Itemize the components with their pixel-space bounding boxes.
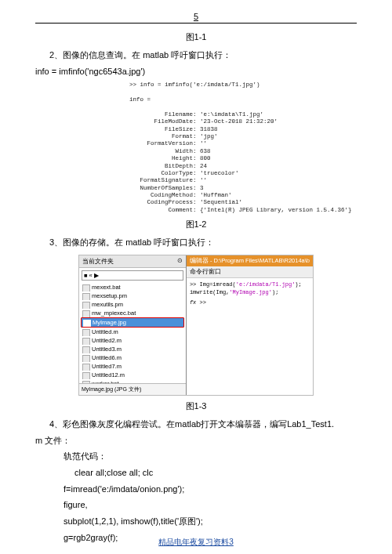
command-window[interactable]: >> Img=imread('e:/imdata/T1.jpg'); imwri… bbox=[187, 278, 313, 395]
figure-3-caption: 图1-3 bbox=[35, 400, 357, 412]
file-item[interactable]: Untitled.m bbox=[81, 328, 184, 336]
matlab-code-line: clear all;close all; clc bbox=[35, 465, 357, 480]
editor-tab[interactable]: 编辑器 - D:\Program Files\MATLAB\R2014a\b bbox=[187, 255, 313, 266]
file-item[interactable]: Untitled2.m bbox=[81, 336, 184, 345]
page-footer: 精品电年夜复习资料3 bbox=[0, 537, 392, 548]
file-item[interactable]: mw_mpiexec.bat bbox=[81, 309, 184, 317]
section-4-line1: 4、彩色图像灰度化编程尝试。在matlab打开文本编慕器，编写Lab1_Test… bbox=[35, 417, 357, 432]
page-number: 5 bbox=[35, 12, 357, 21]
file-list: mexext.bat mexsetup.pm mexutils.pm mw_mp… bbox=[79, 283, 186, 383]
fx-prompt: fx >> bbox=[190, 299, 310, 307]
file-item[interactable]: mexsetup.pm bbox=[81, 291, 184, 300]
section-2-code: info = imfinfo('ngc6543a.jpg') bbox=[35, 64, 357, 79]
code-line: imwrite(Img,'MyImage.jpg'); bbox=[190, 289, 310, 297]
panel-odot-icon: ⊙ bbox=[177, 257, 183, 266]
file-item[interactable]: Untitled3.m bbox=[81, 345, 184, 353]
matlab-code-line: subplot(1,2,1), imshow(f),title('原图'); bbox=[35, 514, 357, 529]
file-browser-panel: 当前文件夹 ⊙ ■ « ▶ mexext.bat mexsetup.pm mex… bbox=[79, 255, 187, 395]
code-line: >> Img=imread('e:/imdata/T1.jpg'); bbox=[190, 281, 310, 289]
section-4-line3: 轨范代码： bbox=[35, 449, 357, 464]
file-browser-header: 当前文件夹 ⊙ bbox=[79, 255, 186, 268]
file-item[interactable]: mexutils.pm bbox=[81, 300, 184, 309]
file-browser-footer: MyImage.jpg (JPG 文件) bbox=[79, 383, 186, 395]
path-dropdown[interactable]: ■ « ▶ bbox=[82, 270, 183, 281]
file-item[interactable]: Untitled12.m bbox=[81, 371, 184, 379]
section-3-title: 3、图像的存储。在 matlab 呼吁窗口执行： bbox=[35, 235, 357, 250]
header-divider bbox=[35, 23, 357, 24]
section-2-title: 2、图像的信息查询。在 matlab 呼吁窗口执行： bbox=[35, 48, 357, 63]
file-item[interactable]: worker.bat bbox=[81, 379, 184, 383]
file-item-selected[interactable]: MyImage.jpg bbox=[81, 317, 184, 328]
file-item[interactable]: mexext.bat bbox=[81, 283, 184, 291]
command-window-label: 命令行窗口 bbox=[187, 266, 313, 278]
editor-panel: 编辑器 - D:\Program Files\MATLAB\R2014a\b 命… bbox=[187, 255, 313, 395]
imfinfo-output: >> info = imfinfo('e:/imdata/T1.jpg') in… bbox=[129, 81, 357, 214]
file-item[interactable]: Untitled7.m bbox=[81, 362, 184, 371]
panel-title: 当前文件夹 bbox=[82, 257, 114, 266]
file-item[interactable]: Untitled6.m bbox=[81, 353, 184, 362]
section-4-line2: m 文件： bbox=[35, 433, 357, 448]
figure-1-caption: 图1-1 bbox=[35, 31, 357, 43]
matlab-screenshot: 当前文件夹 ⊙ ■ « ▶ mexext.bat mexsetup.pm mex… bbox=[78, 255, 314, 396]
matlab-code-line: figure, bbox=[35, 498, 357, 512]
matlab-code-line: f=imread('e:/imdata/onion.png'); bbox=[35, 482, 357, 497]
figure-2-caption: 图1-2 bbox=[35, 219, 357, 230]
